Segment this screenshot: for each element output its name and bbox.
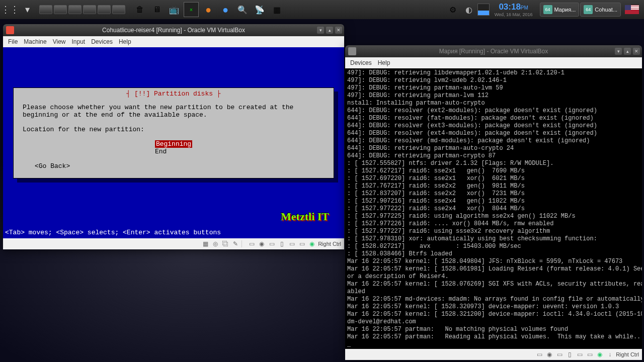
clock[interactable]: 03:18PM Wed, 16 Mar, 2016: [495, 2, 533, 17]
disc-icon[interactable]: ◎: [211, 240, 219, 248]
hdd-icon[interactable]: ▭: [535, 350, 543, 358]
top-panel: ⋮⋮ ▾ 🗑 🖥 📺 X ● ● 🔍 📡 ▦ ⚙ ◐ 03:18PM Wed, …: [0, 0, 644, 19]
vm-window-maria: Мария [Running] - Oracle VM VirtualBox ▾…: [345, 45, 642, 360]
dialog-message: Please choose whether you want the new p…: [23, 104, 325, 119]
menubar: File Machine View Input Devices Help: [3, 36, 344, 47]
shared-folder-icon[interactable]: ▭: [576, 350, 584, 358]
menu-view[interactable]: View: [53, 38, 66, 45]
go-back-button[interactable]: <Go Back>: [23, 162, 325, 170]
maximize-button[interactable]: ▴: [624, 48, 631, 55]
window-title: Cohuatlicue-reiser4 [Running] - Oracle V…: [102, 27, 245, 34]
window-title: Мария [Running] - Oracle VM VirtualBox: [439, 48, 548, 55]
optical-icon[interactable]: ◉: [545, 350, 553, 358]
gauge-icon[interactable]: ◐: [461, 2, 476, 17]
installer-help-text: <Tab> moves; <Space> selects; <Enter> ac…: [5, 229, 221, 236]
system-monitor-icon[interactable]: ⚙: [445, 2, 460, 17]
chromium-icon[interactable]: ●: [218, 2, 233, 17]
usb-icon[interactable]: ▯: [566, 350, 574, 358]
optical-icon[interactable]: ◉: [258, 240, 266, 248]
virtualbox-icon: [6, 26, 14, 34]
pencil-icon[interactable]: ✎: [231, 240, 239, 248]
terminal-icon[interactable]: X: [184, 2, 199, 17]
close-button[interactable]: ✕: [335, 27, 342, 34]
virtualbox-icon: 64: [584, 5, 593, 14]
cpu-meter-icon[interactable]: [477, 4, 490, 16]
network-icon[interactable]: ▭: [555, 350, 564, 358]
virtualbox-icon: [348, 47, 356, 55]
workspace-switcher[interactable]: [39, 5, 125, 14]
mouse-integration-icon[interactable]: ↓: [606, 350, 614, 358]
us-flag-icon[interactable]: [625, 5, 639, 14]
dialog-title: ┤ [!!] Partition disks ├: [16, 90, 332, 98]
trash-icon[interactable]: 🗑: [132, 2, 147, 17]
host-key-label: Right Ctrl: [318, 241, 341, 247]
display-icon[interactable]: ▭: [586, 350, 594, 358]
menu-input[interactable]: Input: [72, 38, 86, 45]
menu-devices[interactable]: Devices: [91, 38, 113, 45]
settings-icon[interactable]: ▦: [201, 240, 209, 248]
vm-statusbar: ▭ ◉ ▭ ▯ ▭ ▭ ◉ ↓ Right Ctrl: [345, 349, 642, 360]
satellite-icon[interactable]: 📡: [252, 2, 267, 17]
close-button[interactable]: ✕: [633, 48, 640, 55]
vm-window-cohuatlicue: Cohuatlicue-reiser4 [Running] - Oracle V…: [3, 24, 344, 249]
vm-display-terminal[interactable]: 497]: DEBUG: retrieving libdevmapper1.02…: [345, 68, 642, 349]
app-icon[interactable]: ▦: [269, 2, 284, 17]
menu-help[interactable]: Help: [378, 59, 390, 66]
taskbar-item-cohuat[interactable]: 64 Cohuat...: [580, 3, 621, 17]
hdd-icon[interactable]: ▭: [248, 240, 256, 248]
option-beginning[interactable]: Beginning: [155, 140, 192, 148]
vm-statusbar: ▦ ◎ ⿻ ✎ ▭ ◉ ▭ ▯ ▭ ▭ ◉ Right Ctrl: [3, 238, 344, 249]
host-key-label: Right Ctrl: [616, 351, 639, 357]
titlebar[interactable]: Cohuatlicue-reiser4 [Running] - Oracle V…: [3, 24, 344, 36]
dialog-prompt: Location for the new partition:: [23, 126, 325, 133]
firefox-icon[interactable]: ●: [201, 2, 216, 17]
search-icon[interactable]: 🔍: [235, 2, 250, 17]
clock-time: 03:18: [499, 2, 520, 12]
menu-machine[interactable]: Machine: [24, 38, 46, 45]
menu-help[interactable]: Help: [119, 38, 131, 45]
virtualbox-icon: 64: [543, 5, 552, 14]
menu-icon[interactable]: ⋮⋮: [2, 2, 18, 18]
usb-icon[interactable]: ▯: [278, 240, 286, 248]
option-end[interactable]: End: [155, 148, 167, 155]
menu-devices[interactable]: Devices: [350, 59, 372, 66]
vm-display[interactable]: ┤ [!!] Partition disks ├ Please choose w…: [3, 47, 344, 238]
dropdown-icon[interactable]: ▾: [19, 2, 35, 18]
shared-folder-icon[interactable]: ▭: [288, 240, 296, 248]
menubar: Devices Help: [345, 57, 642, 68]
clock-date: Wed, 16 Mar, 2016: [495, 12, 533, 17]
recording-icon[interactable]: ◉: [308, 240, 316, 248]
taskbar-item-maria[interactable]: 64 Мария...: [540, 3, 580, 17]
recording-icon[interactable]: ◉: [596, 350, 604, 358]
monitor-icon[interactable]: 🖥: [149, 2, 165, 17]
menu-file[interactable]: File: [8, 38, 18, 45]
partition-dialog: ┤ [!!] Partition disks ├ Please choose w…: [13, 87, 334, 178]
tv-icon[interactable]: 📺: [167, 2, 182, 17]
network-icon[interactable]: ▭: [268, 240, 276, 248]
maximize-button[interactable]: ▴: [326, 27, 333, 34]
duplicate-icon[interactable]: ⿻: [221, 240, 229, 248]
minimize-button[interactable]: ▾: [317, 27, 324, 34]
titlebar[interactable]: Мария [Running] - Oracle VM VirtualBox ▾…: [345, 45, 642, 57]
minimize-button[interactable]: ▾: [615, 48, 622, 55]
watermark: Metztli IT: [281, 210, 329, 223]
display-icon[interactable]: ▭: [298, 240, 306, 248]
